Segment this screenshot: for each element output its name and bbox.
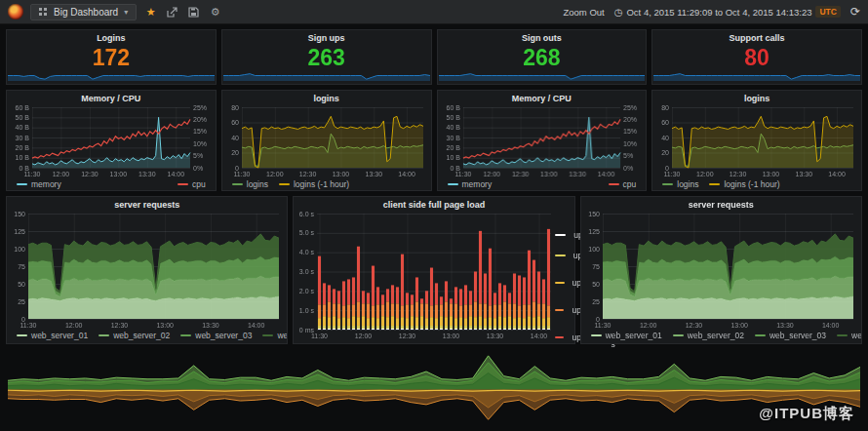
legend-color-dash <box>555 255 565 256</box>
legend-color-dash <box>709 183 720 185</box>
chart-legend[interactable]: loginslogins (-1 hour) <box>652 179 861 192</box>
refresh-icon[interactable]: ⟳ <box>850 5 860 19</box>
zoom-out-button[interactable]: Zoom Out <box>564 7 605 18</box>
graph-row-2: server requests web_server_01web_server_… <box>6 196 862 344</box>
legend-item[interactable]: logins (-1 hour) <box>279 179 349 189</box>
legend-color-dash <box>17 334 27 336</box>
panel-server-requests-1: server requests web_server_01web_server_… <box>6 196 288 344</box>
legend-series-name: web_server_04 <box>851 331 861 340</box>
grid-icon <box>39 8 42 11</box>
chart-legend[interactable]: web_server_01web_server_02web_server_03w… <box>7 331 287 343</box>
share-icon[interactable] <box>165 6 179 19</box>
time-range-picker[interactable]: ◷ Oct 4, 2015 11:29:09 to Oct 4, 2015 14… <box>614 6 841 18</box>
legend-item[interactable]: memory <box>17 179 61 189</box>
stat-panel-signouts: Sign outs 268 <box>437 29 648 85</box>
legend-item[interactable]: cpu <box>609 179 637 189</box>
save-icon[interactable] <box>186 6 201 19</box>
stat-value: 172 <box>7 47 216 69</box>
legend-series-name: cpu <box>192 179 206 189</box>
legend-color-dash <box>17 183 27 185</box>
legend-color-dash <box>555 234 566 236</box>
legend-item[interactable]: memory <box>448 179 493 189</box>
legend-item[interactable]: web_server_02 <box>673 331 744 340</box>
panel-title[interactable]: Memory / CPU <box>7 91 216 104</box>
page-load-body: avgupper_258 msupper_5075 msupper_75411 … <box>294 211 573 343</box>
legend-series-name: web_server_03 <box>769 331 826 340</box>
legend-item[interactable]: web_server_04 <box>837 331 861 340</box>
panel-title[interactable]: Memory / CPU <box>438 91 647 104</box>
legend-item[interactable]: logins <box>662 179 698 189</box>
legend-series-name: logins (-1 hour) <box>294 179 349 189</box>
legend-color-dash <box>262 334 273 336</box>
stat-panel-signups: Sign ups 263 <box>221 29 432 85</box>
panel-title[interactable]: Logins <box>7 30 216 44</box>
stat-value: 268 <box>438 47 647 69</box>
stat-value: 263 <box>222 47 431 69</box>
panel-title[interactable]: Support calls <box>652 30 861 44</box>
legend-color-dash <box>555 282 564 284</box>
legend-color-dash <box>448 183 458 185</box>
gear-icon[interactable]: ⚙ <box>208 6 222 19</box>
legend-series-name: logins <box>247 179 268 189</box>
memory-cpu-chart[interactable] <box>7 104 216 179</box>
legend-series-name: web_server_01 <box>606 331 662 340</box>
panel-title[interactable]: logins <box>652 91 861 104</box>
legend-item[interactable]: logins (-1 hour) <box>709 179 779 189</box>
legend-series-name: web_server_02 <box>688 331 744 340</box>
watermark: @ITPUB博客 <box>759 405 854 423</box>
grafana-logo[interactable] <box>8 4 23 20</box>
legend-item[interactable]: web_server_01 <box>591 331 662 340</box>
server-requests-chart[interactable] <box>581 211 861 331</box>
chart-legend[interactable]: memorycpu <box>438 179 647 192</box>
legend-item[interactable]: cpu <box>178 179 206 189</box>
chart-legend[interactable]: loginslogins (-1 hour) <box>222 179 431 192</box>
legend-color-dash <box>755 334 766 336</box>
logins-chart[interactable] <box>222 104 431 179</box>
panel-title[interactable]: client side full page load <box>294 197 573 211</box>
dashboard-picker[interactable]: Big Dashboard ▾ <box>30 4 137 20</box>
legend-series-name: web_server_03 <box>195 331 252 340</box>
legend-item[interactable]: web_server_03 <box>755 331 826 340</box>
panel-page-load: client side full page load avgupper_258 … <box>293 196 574 344</box>
stat-panel-support-calls: Support calls 80 <box>651 29 862 85</box>
legend-item[interactable]: web_server_03 <box>180 331 252 340</box>
panel-logins-2: logins loginslogins (-1 hour) <box>651 90 862 191</box>
panel-logins-1: logins loginslogins (-1 hour) <box>221 90 432 191</box>
panel-memory-cpu-1: Memory / CPU memorycpu <box>6 90 217 191</box>
legend-series-name: web_server_01 <box>31 331 88 340</box>
legend-color-dash <box>555 309 564 311</box>
logins-chart[interactable] <box>652 104 861 179</box>
page-load-chart[interactable] <box>294 211 555 341</box>
star-icon[interactable]: ★ <box>143 6 158 19</box>
memory-cpu-chart[interactable] <box>438 104 647 179</box>
panel-title[interactable]: server requests <box>7 197 287 211</box>
chart-legend[interactable]: memorycpu <box>7 179 216 192</box>
legend-color-dash <box>99 334 109 336</box>
legend-item[interactable]: logins <box>232 179 268 189</box>
legend-series-name: logins (-1 hour) <box>724 179 779 189</box>
legend-series-name: logins <box>677 179 698 189</box>
chart-legend[interactable]: web_server_01web_server_02web_server_03w… <box>581 331 861 343</box>
legend-item[interactable]: web_server_01 <box>17 331 88 340</box>
legend-item[interactable]: web_server_04 <box>262 331 287 340</box>
legend-color-dash <box>180 334 191 336</box>
legend-series-name: cpu <box>623 179 637 189</box>
chevron-down-icon: ▾ <box>124 8 128 17</box>
server-requests-chart[interactable] <box>7 211 287 331</box>
legend-color-dash <box>555 336 564 338</box>
stat-value: 80 <box>652 47 861 69</box>
legend-item[interactable]: web_server_02 <box>99 331 170 340</box>
legend-color-dash <box>232 183 243 185</box>
panel-title[interactable]: Sign ups <box>222 30 431 44</box>
legend-color-dash <box>178 183 188 185</box>
panel-title[interactable]: server requests <box>581 197 861 211</box>
legend-color-dash <box>837 334 848 336</box>
legend-series-name: memory <box>31 179 61 189</box>
top-navbar: Big Dashboard ▾ ★ ⚙ Zoom Out ◷ Oct 4, 20… <box>0 0 868 24</box>
traffic-mirror-chart[interactable] <box>6 349 862 429</box>
panel-title[interactable]: Sign outs <box>438 30 647 44</box>
stats-row: Logins 172 Sign ups 263 Sign outs 268 Su… <box>6 29 862 85</box>
panel-title[interactable]: logins <box>222 91 431 104</box>
panel-memory-cpu-2: Memory / CPU memorycpu <box>437 90 648 191</box>
utc-badge: UTC <box>815 6 840 18</box>
